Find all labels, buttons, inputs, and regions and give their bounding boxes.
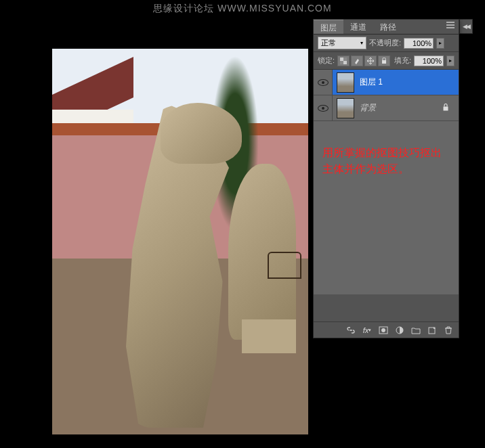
layers-panel: 图层 通道 路径 正常 ▾ 不透明度: 100% ▸ 锁定: [313,19,459,338]
layer-row-background[interactable]: 背景 [314,95,459,121]
delete-layer-button[interactable] [441,324,456,336]
layer-group-button[interactable] [408,324,423,336]
annotation-line2: 主体并作为选区。 [322,163,409,175]
layer-main-area[interactable]: 背景 [333,95,459,120]
link-layers-button[interactable] [343,324,358,336]
folder-icon [411,326,421,335]
svg-rect-5 [444,107,448,111]
lock-all-button[interactable] [378,55,390,66]
canvas-chairs [268,252,301,279]
fx-icon: fx [363,326,369,334]
lock-icon [381,58,387,64]
lock-position-button[interactable] [364,55,377,66]
opacity-input[interactable]: 100% [404,38,434,49]
new-layer-icon [427,326,437,335]
panel-footer: fx▾ [314,321,459,338]
annotation-line1: 用所掌握的抠图技巧抠出 [322,147,442,158]
layer-visibility-toggle[interactable] [314,70,333,95]
lock-label: 锁定: [318,55,335,66]
adjustment-layer-button[interactable] [392,324,407,336]
svg-rect-4 [382,60,386,64]
panel-tab-bar: 图层 通道 路径 [314,20,459,35]
eye-icon [318,105,329,112]
layer-list: 图层 1 背景 [314,70,459,294]
opacity-arrow-button[interactable]: ▸ [436,38,444,49]
new-layer-button[interactable] [425,324,440,336]
panel-collapse-button[interactable]: ◀◀ [459,19,473,34]
chevron-down-icon: ▾ [360,40,363,46]
canvas[interactable] [52,49,308,434]
layer-mask-button[interactable] [376,324,391,336]
link-icon [346,326,356,335]
layer-row-1[interactable]: 图层 1 [314,70,459,95]
tab-layers[interactable]: 图层 [314,20,343,34]
layer-main-area[interactable]: 图层 1 [333,70,459,95]
svg-rect-2 [343,58,347,61]
transparency-icon [340,58,347,64]
layer-style-button[interactable]: fx▾ [360,324,375,336]
fill-arrow-button[interactable]: ▸ [446,55,455,66]
opacity-label: 不透明度: [369,38,401,48]
menu-icon [446,22,455,28]
layer-visibility-toggle[interactable] [314,95,333,120]
canvas-pedestal [242,319,296,353]
lock-fill-row: 锁定: 填充: 100% ▸ [314,52,459,70]
fill-label: 填充: [394,55,411,66]
svg-rect-1 [343,61,347,64]
brush-icon [354,58,360,64]
layer-thumbnail[interactable] [337,72,354,93]
watermark-text: 思缘设计论坛 WWW.MISSYUAN.COM [0,3,485,15]
layer-thumbnail[interactable] [337,98,354,118]
eye-icon [318,79,329,86]
layer-name-label: 背景 [360,102,376,114]
mask-icon [379,326,388,335]
panel-menu-button[interactable] [442,20,459,34]
blend-mode-dropdown[interactable]: 正常 ▾ [318,37,366,49]
lock-pixels-button[interactable] [351,55,363,66]
blend-opacity-row: 正常 ▾ 不透明度: 100% ▸ [314,35,459,52]
adjust-icon [395,326,404,335]
svg-rect-3 [340,61,343,64]
blend-mode-value: 正常 [321,38,336,48]
tab-paths[interactable]: 路径 [373,20,403,34]
move-icon [367,58,374,64]
annotation-text: 用所掌握的抠图技巧抠出 主体并作为选区。 [322,145,459,177]
lock-buttons-group [337,55,390,66]
svg-point-7 [381,328,385,332]
trash-icon [444,326,453,335]
tab-channels[interactable]: 通道 [343,20,373,34]
collapse-arrows-icon: ◀◀ [463,23,469,30]
fill-input[interactable]: 100% [414,55,444,66]
lock-icon [442,104,449,111]
layer-name-label: 图层 1 [360,76,383,88]
layer-lock-indicator [442,104,449,112]
svg-rect-0 [340,58,343,61]
lock-transparent-button[interactable] [337,55,350,66]
